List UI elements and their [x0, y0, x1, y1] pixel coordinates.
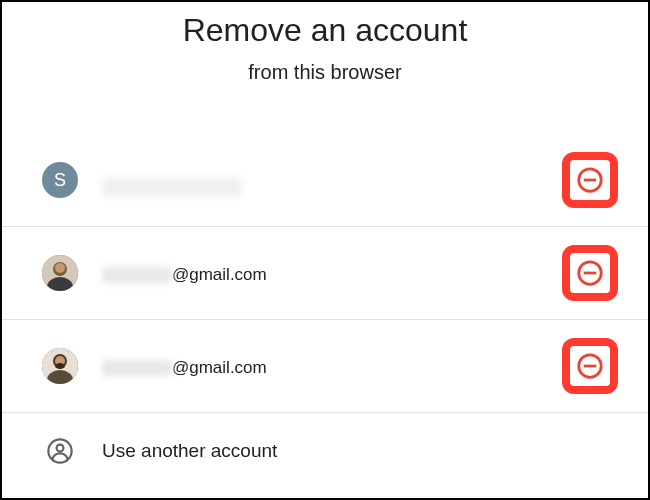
- remove-button[interactable]: [562, 245, 618, 301]
- redacted-text: [102, 178, 242, 196]
- use-another-account[interactable]: Use another account: [2, 413, 648, 489]
- account-row[interactable]: @gmail.com: [2, 320, 648, 413]
- remove-circle-icon: [575, 165, 605, 195]
- use-another-label: Use another account: [102, 440, 277, 462]
- svg-point-12: [55, 363, 65, 369]
- account-info: @gmail.com: [102, 261, 562, 285]
- account-list: S: [2, 134, 648, 489]
- avatar: [42, 255, 78, 291]
- account-email: @gmail.com: [102, 358, 562, 378]
- remove-button-inner: [570, 160, 610, 200]
- page-title: Remove an account: [2, 12, 648, 49]
- account-row[interactable]: @gmail.com: [2, 227, 648, 320]
- remove-button[interactable]: [562, 338, 618, 394]
- account-info: [102, 164, 562, 196]
- avatar-photo: [42, 348, 78, 384]
- avatar-photo: [42, 255, 78, 291]
- redacted-text: [102, 360, 172, 376]
- remove-circle-icon: [575, 351, 605, 381]
- remove-circle-icon: [575, 258, 605, 288]
- svg-point-16: [57, 445, 64, 452]
- avatar: S: [42, 162, 78, 198]
- account-row[interactable]: S: [2, 134, 648, 227]
- avatar-letter: S: [54, 170, 66, 191]
- remove-button[interactable]: [562, 152, 618, 208]
- remove-account-dialog: Remove an account from this browser S: [2, 2, 648, 489]
- page-subtitle: from this browser: [2, 61, 648, 84]
- person-circle-icon: [46, 437, 74, 465]
- account-email: @gmail.com: [102, 265, 562, 285]
- avatar: [42, 348, 78, 384]
- email-suffix: @gmail.com: [172, 358, 267, 378]
- redacted-text: [102, 267, 172, 283]
- person-icon-wrapper: [42, 433, 78, 469]
- account-info: @gmail.com: [102, 354, 562, 378]
- email-suffix: @gmail.com: [172, 265, 267, 285]
- remove-button-inner: [570, 253, 610, 293]
- svg-point-5: [55, 263, 65, 273]
- remove-button-inner: [570, 346, 610, 386]
